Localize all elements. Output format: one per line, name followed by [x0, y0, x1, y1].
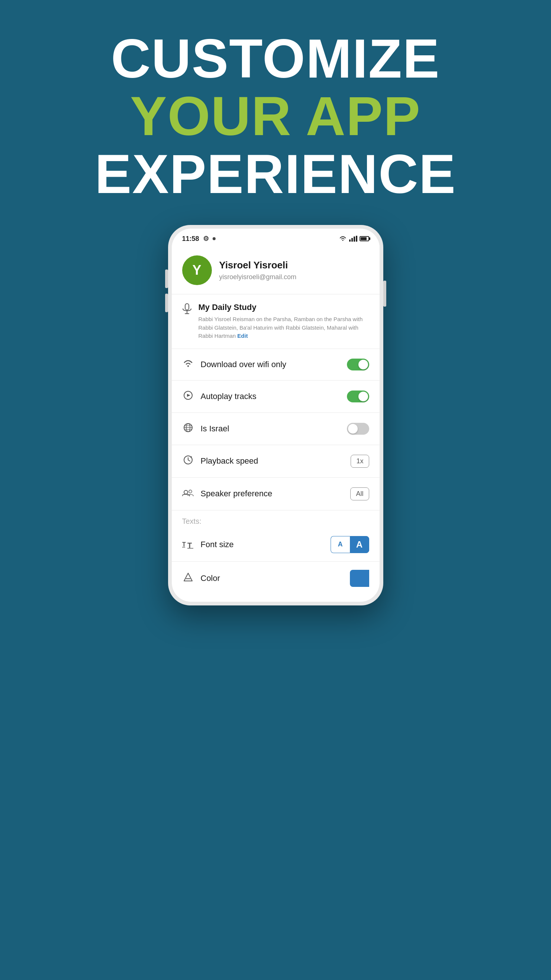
svg-text:T: T: [182, 541, 186, 547]
header-line1: CUSTOMIZE: [22, 30, 529, 87]
header-line3: EXPERIENCE: [22, 145, 529, 203]
font-size-controls: A A: [330, 536, 369, 553]
speaker-preference-row[interactable]: Speaker preference All: [172, 478, 380, 511]
phone-mockup: 11:58 ⚙: [168, 225, 383, 605]
avatar: Y: [182, 255, 212, 285]
svg-rect-1: [185, 304, 189, 310]
download-wifi-row[interactable]: Download over wifi only: [172, 349, 380, 380]
status-bar: 11:58 ⚙: [172, 229, 380, 247]
autoplay-label: Autoplay tracks: [201, 391, 340, 401]
status-right: [339, 236, 369, 242]
status-left: 11:58 ⚙: [182, 235, 216, 243]
is-israel-label: Is Israel: [201, 424, 340, 434]
phone-screen: 11:58 ⚙: [172, 229, 380, 602]
speaker-preference-icon: [182, 488, 194, 499]
autoplay-row[interactable]: Autoplay tracks: [172, 380, 380, 413]
color-controls: [350, 570, 369, 587]
is-israel-toggle[interactable]: [347, 423, 369, 435]
header-line2: YOUR APP: [22, 87, 529, 145]
svg-text:T: T: [187, 541, 192, 549]
speaker-preference-label: Speaker preference: [201, 489, 344, 498]
download-wifi-label: Download over wifi only: [201, 360, 340, 369]
color-row[interactable]: Color: [172, 562, 380, 590]
download-wifi-toggle[interactable]: [347, 359, 369, 371]
font-size-icon: T T: [182, 538, 194, 551]
daily-study-section[interactable]: My Daily Study Rabbi Yisroel Reisman on …: [172, 294, 380, 349]
wifi-status-icon: [339, 236, 347, 242]
font-size-small-button[interactable]: A: [330, 536, 350, 553]
globe-icon: [182, 422, 194, 435]
profile-email: yisroelyisroeli@gmail.com: [219, 273, 369, 281]
font-size-large-button[interactable]: A: [350, 536, 369, 553]
font-size-row[interactable]: T T Font size A A: [172, 528, 380, 562]
daily-study-content: My Daily Study Rabbi Yisroel Reisman on …: [198, 302, 369, 340]
speaker-preference-value[interactable]: All: [350, 487, 369, 500]
study-title: My Daily Study: [198, 302, 369, 312]
signal-icon: [349, 236, 357, 242]
svg-point-4: [187, 365, 189, 367]
svg-point-13: [184, 490, 188, 494]
phone-bottom: [172, 590, 380, 602]
color-blue-button[interactable]: [350, 570, 369, 587]
playback-speed-value[interactable]: 1x: [351, 455, 369, 468]
color-icon: [182, 572, 194, 585]
texts-section-label: Texts:: [172, 511, 380, 528]
header-section: CUSTOMIZE YOUR APP EXPERIENCE: [0, 0, 551, 225]
svg-point-0: [342, 240, 343, 241]
autoplay-toggle[interactable]: [347, 390, 369, 402]
wifi-icon: [182, 359, 194, 370]
playback-speed-label: Playback speed: [201, 456, 345, 466]
font-size-label: Font size: [201, 540, 324, 549]
study-description: Rabbi Yisroel Reisman on the Parsha, Ram…: [198, 315, 369, 340]
battery-icon: [360, 236, 369, 241]
autoplay-icon: [182, 390, 194, 403]
playback-speed-row[interactable]: Playback speed 1x: [172, 445, 380, 478]
microphone-icon: [182, 303, 192, 317]
notification-dot: [213, 237, 216, 240]
edit-button[interactable]: Edit: [237, 332, 248, 339]
svg-marker-6: [187, 394, 191, 397]
profile-name: Yisroel Yisroeli: [219, 259, 369, 271]
playback-speed-icon: [182, 455, 194, 467]
profile-section[interactable]: Y Yisroel Yisroeli yisroelyisroeli@gmail…: [172, 247, 380, 294]
is-israel-row[interactable]: Is Israel: [172, 413, 380, 445]
time-display: 11:58: [182, 235, 199, 243]
power-button[interactable]: [383, 281, 386, 307]
svg-point-14: [189, 490, 192, 493]
profile-info: Yisroel Yisroeli yisroelyisroeli@gmail.c…: [219, 259, 369, 281]
gear-icon: ⚙: [203, 235, 209, 243]
volume-down-button[interactable]: [165, 294, 168, 312]
color-label: Color: [201, 574, 343, 583]
volume-up-button[interactable]: [165, 269, 168, 288]
